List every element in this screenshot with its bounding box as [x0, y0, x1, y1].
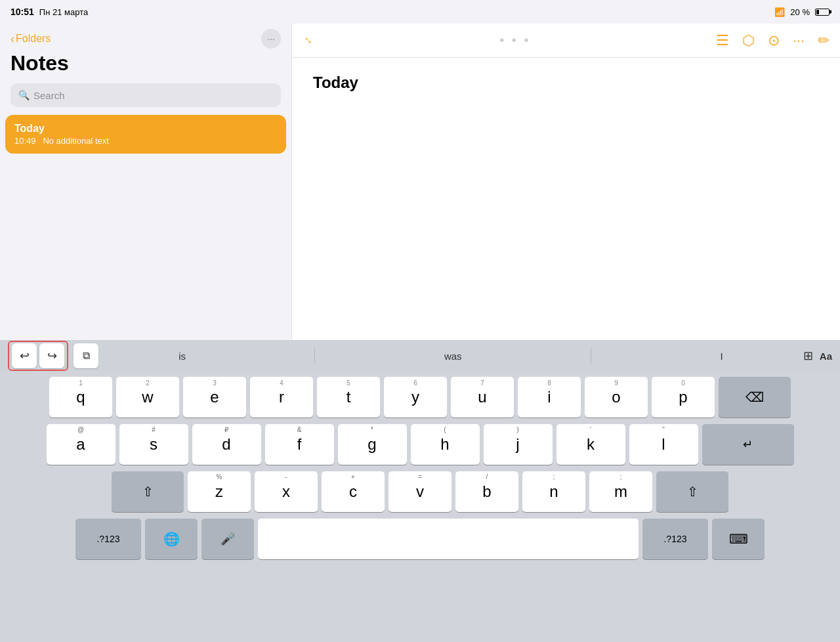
search-bar[interactable]: 🔍 Search	[10, 83, 281, 107]
note-item-time: 10:49	[14, 136, 36, 146]
key-numbers-right[interactable]: .?123	[642, 519, 708, 559]
suggestion-is[interactable]: is	[178, 351, 186, 362]
key-number-u: 7	[480, 379, 484, 387]
key-k[interactable]: 'k	[556, 424, 625, 465]
paste-button[interactable]: ⧉	[74, 343, 98, 368]
key-c[interactable]: +c	[322, 471, 385, 512]
key-letter-z: z	[215, 484, 223, 500]
undo-redo-group: ↩ ↪	[8, 341, 68, 371]
note-content[interactable]: Today	[292, 58, 840, 340]
key-shift-right[interactable]: ⇧	[656, 471, 728, 512]
key-sym-z: %	[217, 473, 222, 481]
key-letter-o: o	[612, 389, 620, 405]
sidebar-more-button[interactable]: ···	[261, 29, 281, 49]
camera-icon[interactable]: ⬡	[742, 32, 755, 49]
key-z[interactable]: %z	[188, 471, 251, 512]
key-v[interactable]: =v	[388, 471, 452, 512]
wifi-icon: 📶	[774, 7, 785, 17]
numbers-left-label: .?123	[96, 534, 119, 544]
key-letter-m: m	[614, 484, 627, 500]
key-numbers-left[interactable]: .?123	[75, 519, 141, 559]
key-number-r: 4	[280, 379, 284, 387]
aa-button[interactable]: Aa	[820, 351, 832, 362]
key-y[interactable]: 6y	[384, 377, 447, 417]
key-letter-j: j	[516, 437, 519, 452]
key-hide-keyboard[interactable]: ⌨	[712, 519, 765, 559]
key-letter-v: v	[416, 484, 424, 500]
key-backspace[interactable]: ⌫	[719, 377, 791, 417]
key-letter-l: l	[662, 437, 665, 452]
checklist-icon[interactable]: ☰	[716, 32, 729, 49]
key-a[interactable]: @a	[47, 424, 116, 465]
keys-area: 1q2w3e4r5t6y7u8i9o0p⌫ @a#s₽d&f*g(h)j'k"l…	[0, 372, 840, 642]
key-x[interactable]: -x	[255, 471, 318, 512]
key-e[interactable]: 3e	[183, 377, 246, 417]
key-globe[interactable]: 🌐	[145, 519, 198, 559]
keyboard-toolbar: ↩ ↪ ⧉ is was I ⊞ Aa	[0, 340, 840, 372]
key-q[interactable]: 1q	[49, 377, 112, 417]
note-toolbar-left: ↔	[303, 33, 314, 47]
note-toolbar: ↔ • • • ☰ ⬡ ⊙ ··· ✏	[292, 24, 840, 58]
key-sym-v: =	[418, 473, 422, 481]
key-r[interactable]: 4r	[250, 377, 313, 417]
search-icon: 🔍	[18, 90, 30, 100]
battery-label: 20 %	[790, 7, 810, 17]
share-icon[interactable]: ⊙	[768, 32, 780, 49]
key-space[interactable]	[258, 519, 639, 559]
key-f[interactable]: &f	[265, 424, 334, 465]
key-w[interactable]: 2w	[116, 377, 179, 417]
key-sym-a: @	[77, 426, 84, 433]
new-note-icon[interactable]: ✏	[818, 32, 830, 49]
key-letter-d: d	[222, 437, 230, 452]
key-letter-c: c	[349, 484, 357, 500]
top-section: ‹ Folders ··· Notes 🔍 Search Today 10:49…	[0, 24, 840, 340]
key-n[interactable]: ;n	[522, 471, 585, 512]
mic-icon: 🎤	[220, 533, 235, 545]
key-return[interactable]: ↵	[702, 424, 794, 465]
grid-icon[interactable]: ⊞	[803, 349, 813, 363]
suggestion-i[interactable]: I	[720, 351, 723, 362]
key-j[interactable]: )j	[484, 424, 553, 465]
folders-back-button[interactable]: ‹ Folders	[10, 32, 51, 46]
key-mic[interactable]: 🎤	[201, 519, 254, 559]
keyboard-toolbar-right: ⊞ Aa	[803, 349, 832, 363]
key-b[interactable]: /b	[455, 471, 518, 512]
key-o[interactable]: 9o	[585, 377, 648, 417]
expand-icon[interactable]: ↔	[299, 32, 318, 50]
hide-keyboard-icon: ⌨	[729, 532, 748, 546]
undo-button[interactable]: ↩	[12, 343, 37, 368]
key-number-y: 6	[413, 379, 417, 387]
key-letter-n: n	[549, 484, 558, 500]
key-m[interactable]: ;m	[589, 471, 652, 512]
key-sym-m: ;	[620, 473, 622, 481]
numbers-right-label: .?123	[663, 534, 686, 544]
backspace-icon: ⌫	[746, 391, 764, 404]
asdf-row: @a#s₽d&f*g(h)j'k"l↵	[4, 424, 836, 465]
status-date: Пн 21 марта	[39, 7, 88, 17]
key-shift-left[interactable]: ⇧	[112, 471, 184, 512]
shift-right-icon: ⇧	[687, 485, 698, 498]
key-g[interactable]: *g	[338, 424, 407, 465]
key-d[interactable]: ₽d	[192, 424, 261, 465]
key-letter-a: a	[76, 437, 85, 452]
key-number-i: 8	[547, 379, 551, 387]
zxcv-row: ⇧%z-x+c=v/b;n;m⇧	[4, 471, 836, 512]
key-t[interactable]: 5t	[317, 377, 380, 417]
more-icon[interactable]: ···	[793, 32, 805, 49]
divider-1	[314, 348, 315, 364]
key-number-t: 5	[346, 379, 350, 387]
key-u[interactable]: 7u	[451, 377, 514, 417]
redo-button[interactable]: ↪	[39, 343, 64, 368]
key-s[interactable]: #s	[119, 424, 188, 465]
key-i[interactable]: 8i	[518, 377, 581, 417]
key-h[interactable]: (h	[411, 424, 480, 465]
note-toolbar-right: ☰ ⬡ ⊙ ··· ✏	[716, 32, 830, 49]
key-sym-s: #	[152, 426, 156, 433]
note-list-item[interactable]: Today 10:49 No additional text	[5, 115, 286, 154]
suggestion-was[interactable]: was	[444, 351, 462, 362]
key-sym-c: +	[351, 473, 355, 481]
status-bar: 10:51 Пн 21 марта 📶 20 %	[0, 0, 840, 24]
key-p[interactable]: 0p	[652, 377, 715, 417]
key-sym-b: /	[486, 473, 488, 481]
key-l[interactable]: "l	[629, 424, 698, 465]
